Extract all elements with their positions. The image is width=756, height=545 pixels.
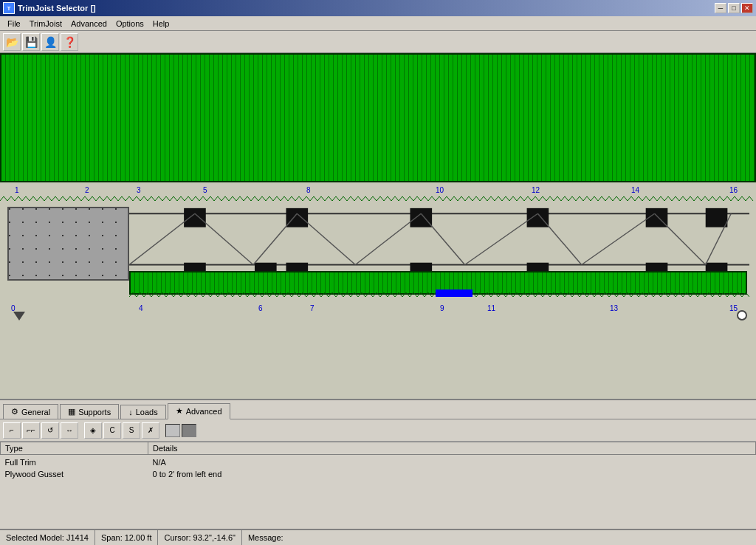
- full-trim-label: Full Trim: [1, 455, 148, 469]
- advanced-tab-icon: ★: [176, 406, 183, 416]
- color-swatch-2[interactable]: [182, 424, 196, 437]
- ruler-mark-2: 2: [85, 186, 89, 194]
- svg-rect-7: [706, 208, 728, 227]
- svg-line-21: [465, 213, 538, 264]
- table-row: Full Trim N/A: [1, 455, 756, 469]
- s-button[interactable]: S: [123, 422, 140, 439]
- color-swatch-1[interactable]: [165, 424, 180, 437]
- joist-top-pattern: [0, 53, 756, 182]
- advanced-tab-label: Advanced: [186, 407, 222, 416]
- restore-button[interactable]: □: [728, 3, 740, 13]
- section-dots: [9, 208, 128, 279]
- svg-rect-5: [527, 208, 549, 227]
- menu-trimjoist[interactable]: TrimJoist: [25, 18, 66, 30]
- ruler-mark-5: 5: [203, 186, 207, 194]
- ruler-mark-16: 16: [729, 186, 738, 194]
- col-details-header: Details: [148, 442, 756, 455]
- title-bar: T TrimJoist Selector [] ─ □ ✕: [0, 0, 756, 16]
- open-button[interactable]: 📂: [3, 33, 21, 51]
- ruler-mark-3: 3: [137, 186, 141, 194]
- general-tab-label: General: [21, 408, 50, 417]
- help-button[interactable]: ❓: [61, 33, 78, 51]
- svg-line-20: [421, 213, 464, 264]
- properties-table: Type Details Full Trim N/A Plywood Gusse…: [0, 442, 756, 480]
- data-section: Type Details Full Trim N/A Plywood Gusse…: [0, 442, 756, 480]
- ruler-top: 1 2 3 5 8 10 12 14 16: [0, 182, 756, 197]
- model-value: J1414: [66, 533, 89, 542]
- ruler-b-4: 4: [139, 304, 143, 312]
- svg-rect-6: [646, 208, 668, 227]
- window-title: TrimJoist Selector []: [18, 4, 96, 13]
- bottom-toolbar: ⌐ ⌐⌐ ↺ ↔ ◈ C S ✗: [0, 419, 756, 442]
- general-tab-icon: ⚙: [11, 407, 18, 417]
- selected-element[interactable]: [436, 289, 472, 297]
- ruler-b-0: 0: [11, 304, 16, 312]
- span-label: Span:: [101, 533, 123, 542]
- tab-general[interactable]: ⚙ General: [3, 404, 58, 419]
- status-bar: Selected Model: J1414 Span: 12.00 ft Cur…: [0, 529, 756, 545]
- tab-supports[interactable]: ▦ Supports: [60, 404, 119, 419]
- tab-loads[interactable]: ↓ Loads: [120, 405, 165, 419]
- tabs: ⚙ General ▦ Supports ↓ Loads ★ Advanced: [0, 400, 756, 419]
- beam-button[interactable]: ⌐: [3, 422, 21, 439]
- ruler-mark-10: 10: [436, 186, 444, 194]
- rotate-button[interactable]: ↺: [41, 422, 59, 439]
- plywood-gusset-label: Plywood Gusset: [1, 468, 148, 480]
- svg-line-19: [355, 213, 421, 264]
- ruler-mark-8: 8: [306, 186, 311, 194]
- ruler-mark-12: 12: [532, 186, 540, 194]
- ruler-b-11: 11: [487, 304, 495, 312]
- menu-file[interactable]: File: [3, 18, 25, 30]
- message-label: Message:: [248, 533, 284, 542]
- tab-advanced[interactable]: ★ Advanced: [168, 403, 230, 419]
- save-button[interactable]: 💾: [22, 33, 40, 51]
- user-button[interactable]: 👤: [41, 33, 59, 51]
- cursor-value: 93.2",-14.6": [193, 533, 236, 542]
- svg-rect-4: [410, 208, 432, 227]
- supports-tab-label: Supports: [78, 408, 111, 417]
- model-label: Selected Model:: [6, 533, 64, 542]
- svg-line-23: [582, 213, 655, 264]
- loads-tab-icon: ↓: [128, 408, 133, 417]
- bottom-panel: ⚙ General ▦ Supports ↓ Loads ★ Advanced …: [0, 399, 756, 545]
- full-trim-value: N/A: [148, 455, 756, 469]
- message-segment: Message:: [242, 530, 292, 545]
- menu-bar: File TrimJoist Advanced Options Help: [0, 16, 756, 31]
- svg-line-16: [195, 213, 253, 264]
- svg-line-17: [253, 213, 297, 264]
- svg-line-24: [655, 213, 706, 264]
- cursor-label: Cursor:: [164, 533, 190, 542]
- svg-rect-3: [286, 208, 308, 227]
- double-beam-button[interactable]: ⌐⌐: [22, 422, 40, 439]
- ruler-b-6: 6: [258, 304, 263, 312]
- span-segment: Span: 12.00 ft: [95, 530, 159, 545]
- fill-button[interactable]: ◈: [84, 422, 102, 439]
- svg-line-18: [297, 213, 355, 264]
- plywood-gusset-value: 0 to 2' from left end: [148, 468, 756, 480]
- svg-line-22: [537, 213, 581, 264]
- svg-rect-2: [184, 208, 206, 227]
- loads-tab-label: Loads: [136, 408, 158, 417]
- menu-help[interactable]: Help: [148, 18, 174, 30]
- model-segment: Selected Model: J1414: [0, 530, 95, 545]
- ruler-mark-1: 1: [15, 186, 19, 194]
- close-button[interactable]: ✕: [741, 3, 753, 13]
- table-row: Plywood Gusset 0 to 2' from left end: [1, 468, 756, 480]
- c-button[interactable]: C: [103, 422, 121, 439]
- app-icon: T: [3, 2, 15, 14]
- menu-options[interactable]: Options: [111, 18, 148, 30]
- col-type-header: Type: [1, 442, 148, 455]
- canvas-area[interactable]: 1 2 3 5 8 10 12 14 16: [0, 53, 756, 408]
- menu-advanced[interactable]: Advanced: [66, 18, 111, 30]
- ruler-b-15: 15: [729, 304, 738, 312]
- cursor-segment: Cursor: 93.2",-14.6": [158, 530, 241, 545]
- flip-button[interactable]: ↔: [61, 422, 78, 439]
- span-value: 12.00 ft: [125, 533, 152, 542]
- x-button[interactable]: ✗: [142, 422, 159, 439]
- ruler-bottom: 0 4 6 7 9 11 13 15: [0, 304, 756, 319]
- main-toolbar: 📂 💾 👤 ❓: [0, 31, 756, 53]
- minimize-button[interactable]: ─: [715, 3, 726, 13]
- ruler-mark-14: 14: [631, 186, 639, 194]
- zigzag-top: [0, 196, 756, 206]
- ruler-b-9: 9: [440, 304, 444, 312]
